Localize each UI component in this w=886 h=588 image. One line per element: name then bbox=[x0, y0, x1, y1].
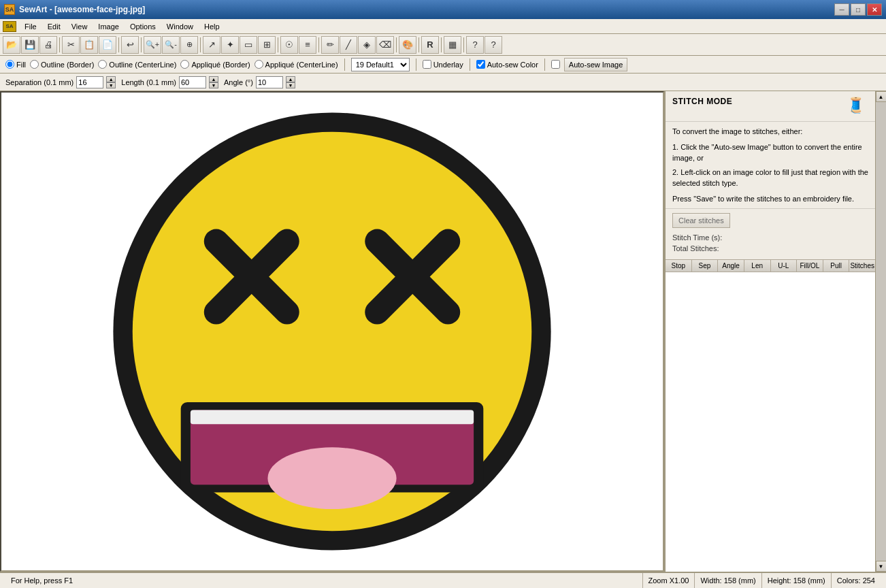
auto-sew-image-button[interactable]: Auto-sew Image bbox=[564, 58, 627, 71]
main-area: STITCH MODE 🧵 To convert the image to st… bbox=[0, 91, 886, 572]
toolbar-sep-1 bbox=[59, 37, 60, 52]
underlay-label[interactable]: Underlay bbox=[433, 61, 463, 69]
minimize-button[interactable]: ─ bbox=[834, 3, 849, 16]
menu-view[interactable]: View bbox=[66, 21, 93, 32]
separation-input[interactable] bbox=[76, 76, 103, 88]
separation-label: Separation (0.1 mm) bbox=[5, 78, 73, 86]
col-sep[interactable]: Sep bbox=[692, 260, 719, 272]
save-button[interactable]: 💾 bbox=[21, 36, 39, 54]
outline-centerline-radio[interactable] bbox=[98, 60, 107, 69]
applique-centerline-radio-group: Appliqué (CenterLine) bbox=[255, 60, 338, 69]
toolbar-sep-4 bbox=[200, 37, 201, 52]
toolbar-sep-6 bbox=[318, 37, 319, 52]
fill-label[interactable]: Fill bbox=[16, 61, 26, 69]
paste-button[interactable]: 📄 bbox=[99, 36, 116, 54]
bitmap-button[interactable]: ▦ bbox=[444, 36, 461, 54]
register-button[interactable]: R bbox=[421, 36, 439, 54]
main-scrollbar[interactable]: ▲ ▼ bbox=[875, 91, 886, 572]
applique-centerline-radio[interactable] bbox=[255, 60, 263, 69]
color-button[interactable]: 🎨 bbox=[399, 36, 416, 54]
col-fillol[interactable]: Fill/OL bbox=[797, 260, 823, 272]
line-button[interactable]: ╱ bbox=[340, 36, 357, 54]
grid-button[interactable]: ⊞ bbox=[258, 36, 276, 54]
app-icon: SA bbox=[4, 4, 15, 15]
help2-button[interactable]: ? bbox=[485, 36, 502, 54]
erase-button[interactable]: ⌫ bbox=[376, 36, 394, 54]
outline-border-radio-group: Outline (Border) bbox=[30, 60, 94, 69]
angle-spin-down[interactable]: ▼ bbox=[286, 82, 295, 88]
underlay-checkbox[interactable] bbox=[423, 60, 431, 69]
open-button[interactable]: 📂 bbox=[3, 36, 20, 54]
total-stitches-label: Total Stitches: bbox=[672, 244, 719, 252]
stitch-mode-icon: 🧵 bbox=[847, 97, 868, 118]
cut-button[interactable]: ✂ bbox=[62, 36, 80, 54]
zoom-in-button[interactable]: 🔍+ bbox=[144, 36, 161, 54]
select-button[interactable]: ↗ bbox=[203, 36, 220, 54]
stitch-type-dropdown[interactable]: 19 Default1 1 Running 2 Triple Run 3 Sat… bbox=[351, 58, 410, 71]
col-ul[interactable]: U-L bbox=[771, 260, 798, 272]
applique-border-radio[interactable] bbox=[180, 60, 189, 69]
menu-file[interactable]: File bbox=[19, 21, 42, 32]
auto-sew-image-checkbox[interactable] bbox=[551, 60, 560, 69]
menu-help[interactable]: Help bbox=[199, 21, 225, 32]
palette-button[interactable]: ≡ bbox=[299, 36, 316, 54]
scroll-down-arrow[interactable]: ▼ bbox=[876, 561, 887, 572]
scroll-track[interactable] bbox=[876, 102, 886, 561]
undo-button[interactable]: ↩ bbox=[121, 36, 139, 54]
scroll-up-arrow[interactable]: ▲ bbox=[876, 91, 887, 102]
zoom-fit-button[interactable]: ⊕ bbox=[180, 36, 198, 54]
outline-border-radio[interactable] bbox=[30, 60, 39, 69]
zoom-out-button[interactable]: 🔍- bbox=[162, 36, 180, 54]
col-len[interactable]: Len bbox=[744, 260, 771, 272]
col-pull[interactable]: Pull bbox=[823, 260, 850, 272]
length-spin-up[interactable]: ▲ bbox=[209, 76, 218, 82]
auto-sew-color-checkbox[interactable] bbox=[476, 60, 485, 69]
status-bar: For Help, press F1 Zoom X1.00 Width: 158… bbox=[0, 572, 886, 588]
menu-image[interactable]: Image bbox=[93, 21, 125, 32]
applique-centerline-label[interactable]: Appliqué (CenterLine) bbox=[265, 61, 338, 69]
stitch-time-label: Stitch Time (s): bbox=[672, 233, 722, 242]
angle-input[interactable] bbox=[256, 76, 283, 88]
col-stop[interactable]: Stop bbox=[666, 260, 692, 272]
canvas-area[interactable] bbox=[0, 91, 664, 572]
auto-sew-image-group bbox=[551, 60, 560, 69]
print-button[interactable]: 🖨 bbox=[39, 36, 57, 54]
outline-centerline-label[interactable]: Outline (CenterLine) bbox=[109, 61, 176, 69]
menu-bar: SA File Edit View Image Options Window H… bbox=[0, 19, 886, 34]
angle-label: Angle (°) bbox=[224, 78, 253, 86]
stitch-table[interactable] bbox=[666, 272, 875, 572]
stitch-button[interactable]: ✦ bbox=[221, 36, 239, 54]
separation-spin-up[interactable]: ▲ bbox=[106, 76, 116, 82]
toolbar-sep-7 bbox=[396, 37, 397, 52]
angle-group: Angle (°) ▲ ▼ bbox=[224, 76, 295, 88]
rect-button[interactable]: ▭ bbox=[240, 36, 257, 54]
auto-sew-color-label[interactable]: Auto-sew Color bbox=[487, 61, 538, 69]
stitch-instruction3: Press "Save" to write the stitches to an… bbox=[672, 193, 868, 205]
help1-button[interactable]: ? bbox=[466, 36, 484, 54]
smiley-image[interactable] bbox=[67, 93, 597, 570]
total-stitches-row: Total Stitches: bbox=[672, 244, 868, 252]
fill-radio-group: Fill bbox=[5, 60, 26, 69]
mode-bar: Fill Outline (Border) Outline (CenterLin… bbox=[0, 56, 886, 74]
center-button[interactable]: ☉ bbox=[280, 36, 298, 54]
close-button[interactable]: ✕ bbox=[867, 3, 882, 16]
menu-window[interactable]: Window bbox=[161, 21, 199, 32]
col-angle[interactable]: Angle bbox=[718, 260, 744, 272]
menu-options[interactable]: Options bbox=[125, 21, 161, 32]
length-input[interactable] bbox=[179, 76, 206, 88]
length-spin-down[interactable]: ▼ bbox=[209, 82, 218, 88]
clear-stitches-button[interactable]: Clear stitches bbox=[672, 213, 730, 228]
copy-button[interactable]: 📋 bbox=[80, 36, 98, 54]
separation-spin-down[interactable]: ▼ bbox=[106, 82, 116, 88]
pencil-button[interactable]: ✏ bbox=[321, 36, 339, 54]
stitch-mode-title: STITCH MODE bbox=[672, 97, 847, 106]
outline-border-label[interactable]: Outline (Border) bbox=[41, 61, 94, 69]
maximize-button[interactable]: □ bbox=[851, 3, 866, 16]
col-stitches[interactable]: Stitches bbox=[849, 260, 875, 272]
angle-spin-up[interactable]: ▲ bbox=[286, 76, 295, 82]
menu-edit[interactable]: Edit bbox=[42, 21, 66, 32]
fill-button[interactable]: ◈ bbox=[358, 36, 376, 54]
fill-radio[interactable] bbox=[5, 60, 14, 69]
applique-border-label[interactable]: Appliqué (Border) bbox=[191, 61, 250, 69]
app-menu-logo: SA bbox=[3, 21, 16, 32]
